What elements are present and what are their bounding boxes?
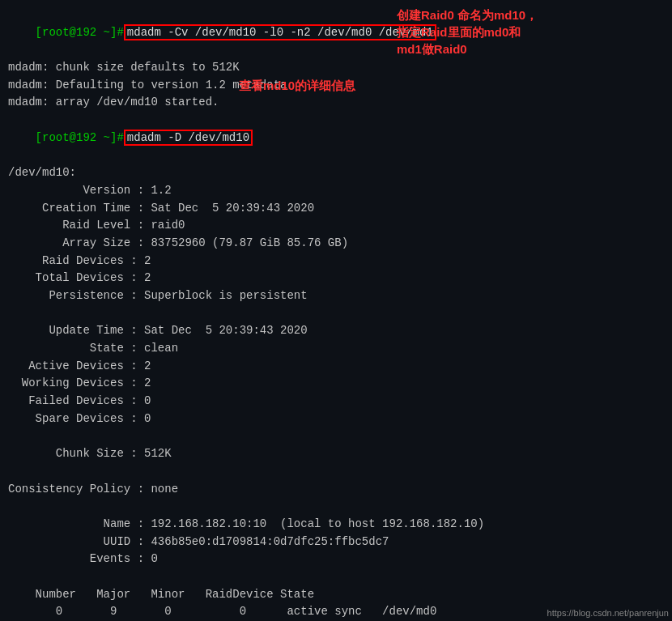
terminal: [root@192 ~]#mdadm -Cv /dev/md10 -l0 -n2… <box>0 0 672 621</box>
line-update-time: Update Time : Sat Dec 5 20:39:43 2020 <box>8 322 664 340</box>
blank-5 <box>8 568 664 586</box>
line-2: mdadm: chunk size defaults to 512K <box>8 59 664 77</box>
line-creation: Creation Time : Sat Dec 5 20:39:43 2020 <box>8 200 664 218</box>
blank-1 <box>8 305 664 323</box>
line-uuid: UUID : 436b85e0:d1709814:0d7dfc25:ffbc5d… <box>8 534 664 551</box>
blank-3 <box>8 463 664 481</box>
blank-2 <box>8 428 664 446</box>
command-box-2: mdadm -D /dev/md10 <box>124 130 253 146</box>
blank-4 <box>8 498 664 516</box>
annotation-view-detail: 查看md10的详细信息 <box>239 77 355 94</box>
line-persistence: Persistence : Superblock is persistent <box>8 287 664 305</box>
line-version: Version : 1.2 <box>8 182 664 200</box>
line-dev: /dev/md10: <box>8 164 664 182</box>
line-name: Name : 192.168.182.10:10 (local to host … <box>8 516 664 534</box>
line-events: Events : 0 <box>8 551 664 568</box>
line-raid-devices: Raid Devices : 2 <box>8 253 664 270</box>
line-active-dev: Active Devices : 2 <box>8 358 664 376</box>
watermark: https://blog.csdn.net/panrenjun <box>547 608 669 618</box>
line-array-size: Array Size : 83752960 (79.87 GiB 85.76 G… <box>8 235 664 253</box>
line-1: [root@192 ~]#mdadm -Cv /dev/md10 -l0 -n2… <box>8 6 664 59</box>
table-header: Number Major Minor RaidDevice State <box>8 586 664 604</box>
line-total-devices: Total Devices : 2 <box>8 270 664 287</box>
line-5: [root@192 ~]#mdadm -D /dev/md10 <box>8 112 664 164</box>
line-chunk: Chunk Size : 512K <box>8 445 664 463</box>
line-4: mdadm: array /dev/md10 started. <box>8 94 664 112</box>
line-working-dev: Working Devices : 2 <box>8 375 664 393</box>
line-spare-dev: Spare Devices : 0 <box>8 410 664 428</box>
line-state: State : clean <box>8 340 664 358</box>
prompt-1: [root@192 ~]# <box>36 26 124 39</box>
annotation-create-raid: 创建Raid0 命名为md10，指定Raid里面的md0和md1做Raid0 <box>397 6 538 57</box>
prompt-2: [root@192 ~]# <box>36 131 124 144</box>
line-failed-dev: Failed Devices : 0 <box>8 393 664 410</box>
command-box-1: mdadm -Cv /dev/md10 -l0 -n2 /dev/md0 /de… <box>124 24 436 40</box>
line-consistency: Consistency Policy : none <box>8 481 664 499</box>
line-raid-level: Raid Level : raid0 <box>8 217 664 235</box>
